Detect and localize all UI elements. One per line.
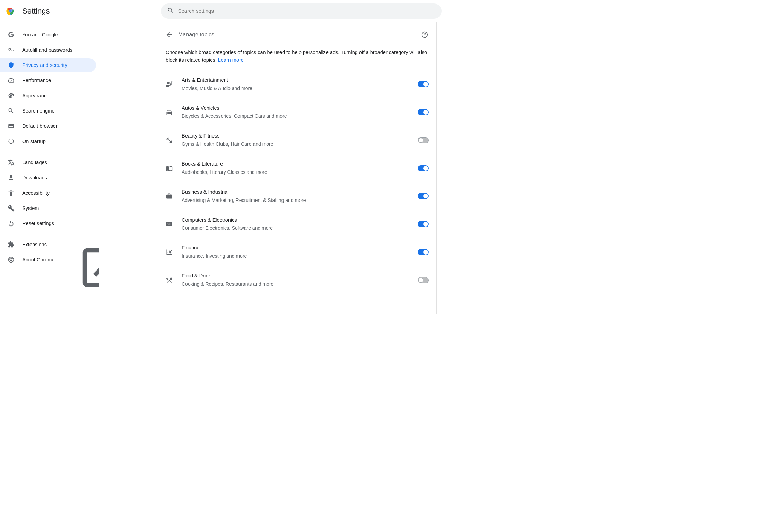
palette-icon — [8, 92, 15, 99]
sidebar-item-privacy[interactable]: Privacy and security — [0, 58, 96, 72]
topic-subtitle: Movies, Music & Audio and more — [182, 85, 418, 92]
topic-text: Books & LiteratureAudiobooks, Literary C… — [182, 160, 418, 176]
translate-icon — [8, 159, 15, 166]
google-icon — [8, 31, 15, 38]
sidebar-item-on-startup[interactable]: On startup — [0, 134, 96, 148]
topic-subtitle: Gyms & Health Clubs, Hair Care and more — [182, 141, 418, 148]
topic-row: Beauty & FitnessGyms & Health Clubs, Hai… — [158, 126, 436, 154]
food-icon — [166, 277, 173, 284]
car-icon — [166, 109, 173, 116]
person-music-icon — [166, 81, 173, 88]
topic-row: Autos & VehiclesBicycles & Accessories, … — [158, 98, 436, 126]
app-header: Settings — [0, 0, 456, 22]
sidebar-item-label: Extensions — [22, 242, 47, 247]
topic-row: Arts & EntertainmentMovies, Music & Audi… — [158, 70, 436, 98]
book-icon — [166, 165, 173, 172]
topic-text: Beauty & FitnessGyms & Health Clubs, Hai… — [182, 132, 418, 148]
sidebar-item-downloads[interactable]: Downloads — [0, 171, 96, 185]
download-icon — [8, 174, 15, 181]
accessibility-icon — [8, 189, 15, 196]
svg-point-3 — [9, 10, 11, 12]
sidebar-item-label: On startup — [22, 139, 46, 144]
sidebar-item-label: Reset settings — [22, 221, 54, 226]
sidebar-item-system[interactable]: System — [0, 201, 96, 215]
speedometer-icon — [8, 77, 15, 84]
topic-text: Computers & ElectronicsConsumer Electron… — [182, 216, 418, 232]
settings-panel: Manage topics Choose which broad categor… — [158, 22, 437, 314]
sidebar: You and GoogleAutofill and passwordsPriv… — [0, 22, 99, 314]
topic-text: Business & IndustrialAdvertising & Marke… — [182, 188, 418, 204]
external-link-icon — [50, 242, 56, 247]
shield-icon — [8, 62, 15, 69]
sidebar-item-label: Autofill and passwords — [22, 47, 72, 53]
topic-row: Books & LiteratureAudiobooks, Literary C… — [158, 154, 436, 182]
chrome-logo-icon — [6, 6, 15, 16]
intro-body: Choose which broad categories of topics … — [166, 50, 427, 63]
topic-text: Arts & EntertainmentMovies, Music & Audi… — [182, 77, 418, 92]
topic-subtitle: Cooking & Recipes, Restaurants and more — [182, 281, 418, 288]
fitness-icon — [166, 137, 173, 144]
search-icon — [8, 107, 15, 114]
extension-icon — [8, 241, 15, 248]
topic-toggle[interactable] — [418, 109, 429, 115]
sidebar-item-label: Accessibility — [22, 190, 50, 196]
topic-title: Beauty & Fitness — [182, 132, 418, 140]
topic-toggle[interactable] — [418, 221, 429, 227]
sidebar-item-extensions[interactable]: Extensions — [0, 238, 96, 251]
sidebar-item-label: System — [22, 205, 39, 211]
topic-subtitle: Audiobooks, Literary Classics and more — [182, 169, 418, 176]
power-icon — [8, 138, 15, 145]
sidebar-item-appearance[interactable]: Appearance — [0, 89, 96, 103]
learn-more-link[interactable]: Learn more — [218, 57, 244, 63]
reset-icon — [8, 220, 15, 227]
search-icon — [167, 7, 178, 15]
keyboard-icon — [166, 221, 173, 228]
help-button[interactable] — [420, 30, 429, 39]
topic-toggle[interactable] — [418, 249, 429, 255]
topic-title: Computers & Electronics — [182, 216, 418, 224]
sidebar-item-label: Downloads — [22, 175, 47, 180]
sidebar-item-label: Search engine — [22, 108, 55, 114]
topic-title: Autos & Vehicles — [182, 105, 418, 112]
topic-toggle[interactable] — [418, 193, 429, 199]
topic-title: Food & Drink — [182, 272, 418, 280]
sidebar-item-performance[interactable]: Performance — [0, 73, 96, 87]
briefcase-icon — [166, 193, 173, 200]
search-box[interactable] — [161, 3, 442, 19]
topic-toggle[interactable] — [418, 165, 429, 171]
search-input[interactable] — [178, 8, 435, 14]
wrench-icon — [8, 205, 15, 212]
sidebar-item-autofill[interactable]: Autofill and passwords — [0, 43, 96, 57]
topic-text: Autos & VehiclesBicycles & Accessories, … — [182, 105, 418, 120]
sidebar-item-reset[interactable]: Reset settings — [0, 216, 96, 230]
sidebar-item-label: Performance — [22, 78, 51, 83]
chart-icon — [166, 249, 173, 256]
sidebar-item-label: Appearance — [22, 93, 49, 98]
intro-text: Choose which broad categories of topics … — [158, 47, 436, 70]
sidebar-item-label: Privacy and security — [22, 62, 67, 68]
sidebar-item-label: About Chrome — [22, 257, 55, 263]
topic-toggle[interactable] — [418, 277, 429, 283]
sidebar-item-languages[interactable]: Languages — [0, 156, 96, 169]
topic-title: Arts & Entertainment — [182, 77, 418, 84]
sidebar-item-you-and-google[interactable]: You and Google — [0, 28, 96, 42]
svg-point-5 — [424, 36, 425, 36]
topic-row: Food & DrinkCooking & Recipes, Restauran… — [158, 266, 436, 294]
panel-title: Manage topics — [178, 32, 420, 38]
topic-subtitle: Advertising & Marketing, Recruitment & S… — [182, 197, 418, 204]
sidebar-item-accessibility[interactable]: Accessibility — [0, 186, 96, 200]
topic-toggle[interactable] — [418, 137, 429, 143]
topic-title: Books & Literature — [182, 160, 418, 168]
chrome-icon — [8, 256, 15, 263]
topic-text: Food & DrinkCooking & Recipes, Restauran… — [182, 272, 418, 288]
sidebar-item-label: Languages — [22, 160, 47, 165]
sidebar-item-search-engine[interactable]: Search engine — [0, 104, 96, 118]
topic-title: Business & Industrial — [182, 188, 418, 196]
sidebar-item-label: You and Google — [22, 32, 58, 37]
topic-subtitle: Insurance, Investing and more — [182, 252, 418, 260]
topic-row: Computers & ElectronicsConsumer Electron… — [158, 210, 436, 238]
sidebar-item-default-browser[interactable]: Default browser — [0, 119, 96, 133]
topic-row: FinanceInsurance, Investing and more — [158, 238, 436, 266]
back-button[interactable] — [163, 28, 175, 41]
topic-toggle[interactable] — [418, 81, 429, 87]
